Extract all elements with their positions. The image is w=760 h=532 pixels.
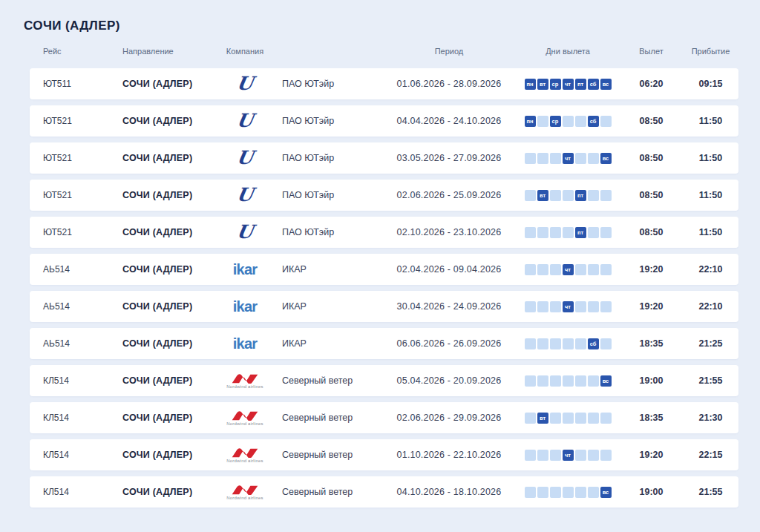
departure-time: 18:35	[620, 413, 683, 423]
day-badge-чт: чт	[563, 264, 574, 275]
departure-time: 18:35	[620, 338, 683, 349]
company-name: Северный ветер	[271, 413, 382, 423]
day-badge-пт	[575, 375, 586, 387]
flight-row[interactable]: ЮТ521 СОЧИ (АДЛЕР) U ПАО ЮТэйр 02.10.202…	[30, 217, 738, 248]
day-badge-ср	[550, 487, 561, 498]
direction-label: СОЧИ (АДЛЕР)	[115, 227, 219, 237]
departure-time: 19:20	[620, 264, 683, 275]
company-name: ИКАР	[271, 264, 382, 275]
day-badge-сб	[588, 227, 599, 238]
company-name: ПАО ЮТэйр	[271, 79, 382, 89]
day-badge-пт: пт	[575, 190, 586, 201]
day-badge-пт	[575, 116, 586, 127]
flight-row[interactable]: ЮТ511 СОЧИ (АДЛЕР) U ПАО ЮТэйр 01.06.202…	[30, 68, 738, 99]
departure-time: 19:00	[620, 487, 683, 497]
day-badge-вс	[600, 338, 612, 349]
day-badge-пн	[525, 375, 536, 387]
direction-label: СОЧИ (АДЛЕР)	[115, 153, 219, 163]
day-badge-чт: чт	[563, 153, 574, 164]
departure-days: вс	[516, 375, 620, 387]
flight-row[interactable]: ЮТ521 СОЧИ (АДЛЕР) U ПАО ЮТэйр 04.04.202…	[30, 105, 738, 137]
day-badge-чт	[563, 190, 574, 201]
departure-time: 06:20	[620, 79, 683, 89]
direction-label: СОЧИ (АДЛЕР)	[115, 301, 219, 312]
day-badge-ср: ср	[550, 116, 561, 127]
utair-logo-icon: U	[235, 224, 255, 240]
header-company: Компания	[219, 46, 271, 56]
day-badge-вт	[537, 375, 548, 387]
flight-number: КЛ514	[30, 413, 115, 423]
departure-time: 08:50	[620, 153, 683, 163]
day-badge-пн	[525, 413, 536, 424]
flight-row[interactable]: ЮТ521 СОЧИ (АДЛЕР) U ПАО ЮТэйр 02.06.202…	[30, 180, 738, 211]
header-arrival: Прибытие	[683, 46, 738, 56]
arrival-time: 21:25	[683, 338, 738, 349]
day-badge-пн	[525, 338, 536, 349]
header-departure: Вылет	[620, 46, 683, 56]
flight-number: КЛ514	[30, 487, 115, 497]
day-badge-сб: сб	[588, 116, 599, 127]
day-badge-пн: пн	[525, 79, 536, 90]
arrival-time: 21:30	[683, 413, 738, 423]
departure-time: 19:00	[620, 375, 683, 386]
day-badge-сб: сб	[588, 338, 599, 349]
direction-label: СОЧИ (АДЛЕР)	[115, 190, 219, 200]
day-badge-вс	[600, 116, 612, 127]
flight-row[interactable]: АЬ514 СОЧИ (АДЛЕР) ikar ИКАР 30.04.2026 …	[30, 291, 738, 322]
period-range: 01.06.2026 - 28.09.2026	[382, 79, 516, 89]
flight-number: ЮТ521	[30, 190, 115, 200]
departure-time: 08:50	[620, 190, 683, 200]
flight-number: ЮТ521	[30, 153, 115, 163]
day-badge-чт	[563, 338, 574, 349]
day-badge-ср	[550, 264, 561, 275]
table-header-row: Рейс Направление Компания Период Дни выл…	[30, 46, 738, 56]
arrival-time: 11:50	[683, 153, 738, 163]
flight-schedule-table: Рейс Направление Компания Период Дни выл…	[30, 46, 738, 508]
departure-days: сб	[516, 338, 620, 349]
day-badge-пт	[575, 153, 586, 164]
direction-label: СОЧИ (АДЛЕР)	[115, 413, 219, 423]
day-badge-пт	[575, 450, 586, 461]
flight-row[interactable]: КЛ514 СОЧИ (АДЛЕР) Nordwind airlines Сев…	[30, 439, 738, 470]
company-name: Северный ветер	[271, 375, 382, 386]
flight-row[interactable]: КЛ514 СОЧИ (АДЛЕР) Nordwind airlines Сев…	[30, 365, 738, 396]
departure-time: 19:20	[620, 450, 683, 460]
flight-number: КЛ514	[30, 375, 115, 386]
table-body: ЮТ511 СОЧИ (АДЛЕР) U ПАО ЮТэйр 01.06.202…	[30, 68, 738, 508]
departure-days: пнвтсрчтптсбвс	[516, 79, 620, 90]
flight-row[interactable]: КЛ514 СОЧИ (АДЛЕР) Nordwind airlines Сев…	[30, 476, 738, 508]
company-name: ПАО ЮТэйр	[271, 190, 382, 200]
company-name: ПАО ЮТэйр	[271, 227, 382, 237]
day-badge-пн: пн	[525, 116, 536, 127]
day-badge-ср	[550, 227, 561, 238]
day-badge-пт	[575, 338, 586, 349]
nordwind-logo-icon: Nordwind airlines	[226, 410, 263, 426]
arrival-time: 11:50	[683, 227, 738, 237]
flight-row[interactable]: ЮТ521 СОЧИ (АДЛЕР) U ПАО ЮТэйр 03.05.202…	[30, 142, 738, 174]
day-badge-вт: вт	[537, 79, 548, 90]
flight-row[interactable]: АЬ514 СОЧИ (АДЛЕР) ikar ИКАР 06.06.2026 …	[30, 328, 738, 359]
day-badge-пн	[525, 450, 536, 461]
day-badge-вс	[600, 264, 612, 275]
nordwind-logo-icon: Nordwind airlines	[226, 485, 263, 500]
day-badge-сб: сб	[588, 79, 599, 90]
day-badge-вт: вт	[537, 413, 548, 424]
period-range: 02.06.2026 - 29.09.2026	[382, 413, 516, 423]
day-badge-чт: чт	[563, 301, 574, 312]
direction-label: СОЧИ (АДЛЕР)	[115, 487, 219, 497]
day-badge-вс	[600, 413, 612, 424]
day-badge-сб	[588, 153, 599, 164]
direction-label: СОЧИ (АДЛЕР)	[115, 116, 219, 126]
departure-days: пт	[516, 227, 620, 238]
period-range: 04.10.2026 - 18.10.2026	[382, 487, 516, 497]
arrival-time: 22:15	[683, 450, 738, 460]
header-flight: Рейс	[30, 46, 115, 56]
arrival-time: 21:55	[683, 487, 738, 497]
flight-row[interactable]: АЬ514 СОЧИ (АДЛЕР) ikar ИКАР 02.04.2026 …	[30, 254, 738, 285]
departure-days: чт	[516, 450, 620, 461]
nordwind-logo-icon: Nordwind airlines	[226, 373, 263, 389]
direction-label: СОЧИ (АДЛЕР)	[115, 79, 219, 89]
period-range: 01.10.2026 - 22.10.2026	[382, 450, 516, 460]
flight-row[interactable]: КЛ514 СОЧИ (АДЛЕР) Nordwind airlines Сев…	[30, 402, 738, 433]
day-badge-вт	[537, 487, 548, 498]
